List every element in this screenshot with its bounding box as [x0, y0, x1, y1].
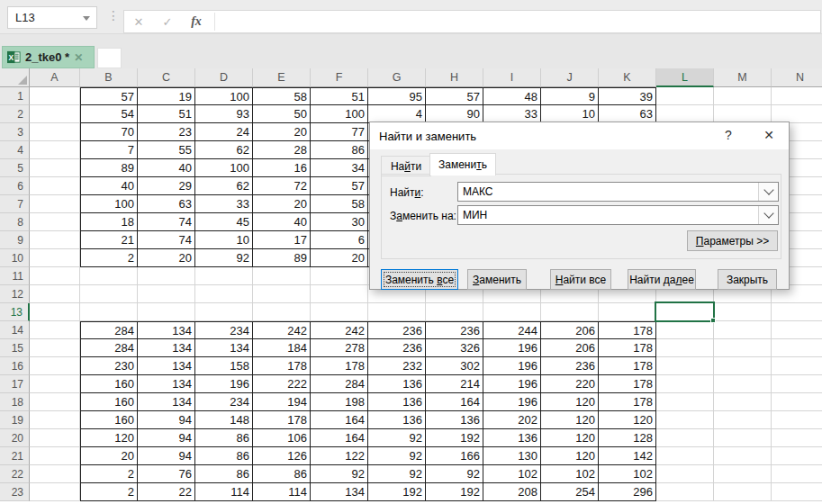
cell-G21[interactable]: 92	[368, 447, 426, 465]
cell-E9[interactable]: 17	[253, 231, 311, 249]
cell-M15[interactable]	[714, 339, 772, 357]
cell-E14[interactable]: 242	[253, 321, 311, 339]
cell-E7[interactable]: 20	[253, 195, 311, 213]
find-dropdown-icon[interactable]	[758, 183, 778, 201]
cell-F1[interactable]: 51	[311, 87, 368, 105]
cell-E18[interactable]: 194	[253, 393, 311, 411]
cell-B12[interactable]	[80, 285, 138, 303]
cell-M14[interactable]	[714, 321, 772, 339]
row-header-21[interactable]: 21	[0, 447, 30, 465]
row-header-12[interactable]: 12	[0, 285, 30, 303]
column-header-B[interactable]: B	[80, 68, 138, 87]
cell-F20[interactable]: 164	[311, 429, 368, 447]
cell-E20[interactable]: 106	[253, 429, 311, 447]
cell-C11[interactable]	[138, 267, 195, 285]
cell-J20[interactable]: 120	[541, 429, 599, 447]
cell-B17[interactable]: 160	[80, 375, 138, 393]
cell-C12[interactable]	[138, 285, 195, 303]
cell-J22[interactable]: 102	[541, 465, 599, 483]
cell-F21[interactable]: 122	[311, 447, 368, 465]
cell-L20[interactable]	[656, 429, 714, 447]
cell-B20[interactable]: 120	[80, 429, 138, 447]
row-header-11[interactable]: 11	[0, 267, 30, 285]
cell-I21[interactable]: 130	[483, 447, 541, 465]
cell-H19[interactable]: 136	[426, 411, 483, 429]
cell-G22[interactable]: 92	[368, 465, 426, 483]
cell-J21[interactable]: 120	[541, 447, 599, 465]
cell-B6[interactable]: 40	[80, 177, 138, 195]
cell-G13[interactable]	[368, 303, 426, 321]
cell-N20[interactable]	[772, 429, 822, 447]
cell-J15[interactable]: 206	[541, 339, 599, 357]
cell-F9[interactable]: 6	[311, 231, 368, 249]
cell-F11[interactable]	[311, 267, 368, 285]
cell-I22[interactable]: 102	[483, 465, 541, 483]
cell-D4[interactable]: 62	[195, 141, 253, 159]
cell-G2[interactable]: 4	[368, 105, 426, 123]
cell-D3[interactable]: 24	[195, 123, 253, 141]
cell-L23[interactable]	[656, 483, 714, 501]
cell-E4[interactable]: 28	[253, 141, 311, 159]
cell-G17[interactable]: 136	[368, 375, 426, 393]
cell-J16[interactable]: 236	[541, 357, 599, 375]
cell-J23[interactable]: 254	[541, 483, 599, 501]
cell-J14[interactable]: 206	[541, 321, 599, 339]
cell-A13[interactable]	[30, 303, 80, 321]
cell-L16[interactable]	[656, 357, 714, 375]
cell-E5[interactable]: 16	[253, 159, 311, 177]
cell-F15[interactable]: 278	[311, 339, 368, 357]
cell-C7[interactable]: 63	[138, 195, 195, 213]
cell-D20[interactable]: 86	[195, 429, 253, 447]
cell-K23[interactable]: 296	[599, 483, 656, 501]
cell-N13[interactable]	[772, 303, 822, 321]
cell-C17[interactable]: 134	[138, 375, 195, 393]
row-header-3[interactable]: 3	[0, 123, 30, 141]
cell-C20[interactable]: 94	[138, 429, 195, 447]
cell-D6[interactable]: 62	[195, 177, 253, 195]
cell-M2[interactable]	[714, 105, 772, 123]
cell-A14[interactable]	[30, 321, 80, 339]
cell-E15[interactable]: 184	[253, 339, 311, 357]
cell-F17[interactable]: 284	[311, 375, 368, 393]
cell-B14[interactable]: 284	[80, 321, 138, 339]
cell-I16[interactable]: 196	[483, 357, 541, 375]
cell-K13[interactable]	[599, 303, 656, 321]
cell-N23[interactable]	[772, 483, 822, 501]
cell-B8[interactable]: 18	[80, 213, 138, 231]
cell-B23[interactable]: 2	[80, 483, 138, 501]
cell-L1[interactable]	[656, 87, 714, 105]
cell-B19[interactable]: 160	[80, 411, 138, 429]
column-header-D[interactable]: D	[195, 68, 253, 87]
cell-J2[interactable]: 10	[541, 105, 599, 123]
cell-A10[interactable]	[30, 249, 80, 267]
cell-H2[interactable]: 90	[426, 105, 483, 123]
cell-I23[interactable]: 208	[483, 483, 541, 501]
cell-E3[interactable]: 20	[253, 123, 311, 141]
cell-C18[interactable]: 134	[138, 393, 195, 411]
cell-K17[interactable]: 178	[599, 375, 656, 393]
cell-D14[interactable]: 234	[195, 321, 253, 339]
cell-M18[interactable]	[714, 393, 772, 411]
cell-A18[interactable]	[30, 393, 80, 411]
cell-M16[interactable]	[714, 357, 772, 375]
cell-I2[interactable]: 33	[483, 105, 541, 123]
cell-B5[interactable]: 89	[80, 159, 138, 177]
cell-I20[interactable]: 136	[483, 429, 541, 447]
row-header-15[interactable]: 15	[0, 339, 30, 357]
cell-D12[interactable]	[195, 285, 253, 303]
cell-B9[interactable]: 21	[80, 231, 138, 249]
cell-B16[interactable]: 230	[80, 357, 138, 375]
cell-E23[interactable]: 114	[253, 483, 311, 501]
column-header-K[interactable]: K	[599, 68, 656, 87]
cell-B21[interactable]: 20	[80, 447, 138, 465]
cell-F14[interactable]: 242	[311, 321, 368, 339]
row-header-10[interactable]: 10	[0, 249, 30, 267]
cell-F10[interactable]: 20	[311, 249, 368, 267]
cell-C14[interactable]: 134	[138, 321, 195, 339]
cell-E16[interactable]: 178	[253, 357, 311, 375]
dialog-titlebar[interactable]: Найти и заменить ? ✕	[370, 122, 789, 149]
cell-B15[interactable]: 284	[80, 339, 138, 357]
cell-I14[interactable]: 244	[483, 321, 541, 339]
cell-N16[interactable]	[772, 357, 822, 375]
cell-G14[interactable]: 236	[368, 321, 426, 339]
